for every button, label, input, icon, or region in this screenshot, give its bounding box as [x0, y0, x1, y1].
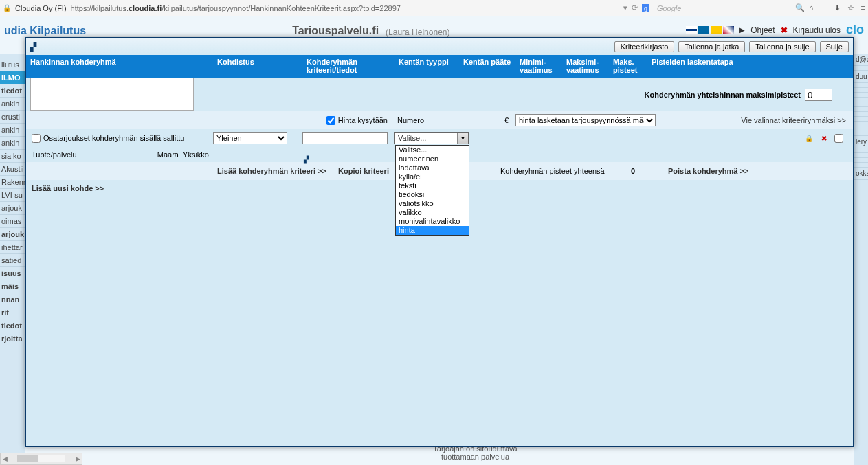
bg-right-row: okka — [854, 168, 868, 180]
bg-left-sidebar: ilutusILMOtiedotankinerustiankinankinsia… — [0, 54, 25, 465]
tyyppi-option[interactable]: numeerinen — [396, 155, 469, 163]
tyyppi-combobox[interactable]: Valitse... ▼ Valitse...numeerinenladatta… — [394, 132, 469, 144]
row-checkbox[interactable] — [834, 134, 843, 143]
bg-bottom-text: Tarjoajan on sitouduttava tuottamaan pal… — [82, 444, 868, 465]
search-box[interactable]: Google — [654, 4, 791, 12]
tyyppi-option[interactable]: kyllä/ei — [396, 172, 469, 181]
flag-se[interactable] — [711, 26, 722, 34]
lock-small-icon[interactable]: 🔒 — [804, 133, 814, 143]
flag-fi[interactable] — [686, 26, 697, 34]
bg-left-row — [0, 54, 25, 58]
kriteerikirjasto-button[interactable]: Kriteerikirjasto — [614, 41, 675, 52]
bg-left-row: Akustii — [0, 163, 25, 176]
sulje-button[interactable]: Sulje — [820, 41, 849, 52]
laskentatapa-select[interactable]: hinta lasketaan tarjouspyynnössä määrite… — [515, 114, 656, 126]
bg-left-row: ilutus — [0, 58, 25, 71]
header-maks-pisteet: Maks. pisteet — [609, 55, 647, 78]
bg-left-row: rjoitta — [0, 332, 25, 345]
vie-valinnat-link[interactable]: Vie valinnat kriteeriryhmäksi >> — [741, 116, 846, 124]
tallenna-jatka-button[interactable]: Tallenna ja jatka — [678, 41, 745, 52]
tyyppi-combo-button[interactable]: ▼ — [457, 133, 468, 144]
max-points-input[interactable] — [805, 89, 832, 101]
bg-right-row — [854, 117, 868, 122]
lisaa-kriteeri-link[interactable]: Lisää kohderyhmän kriteeri >> — [217, 167, 326, 175]
bg-left-row: ILMO — [0, 71, 25, 84]
lock-icon: 🔒 — [3, 4, 11, 12]
scroll-left-icon[interactable]: ◀ — [1, 455, 9, 462]
lisaa-uusi-kohde-link[interactable]: Lisää uusi kohde >> — [32, 184, 104, 192]
cloudia-logo-right: clo — [846, 23, 864, 37]
tyyppi-option[interactable]: väliotsikko — [396, 199, 469, 208]
language-flags[interactable] — [686, 26, 734, 34]
download-icon[interactable]: ⬇ — [834, 3, 841, 12]
logout-link[interactable]: Kirjaudu ulos — [793, 25, 841, 35]
bg-left-row: oimas — [0, 215, 25, 228]
home-icon[interactable]: ⌂ — [809, 3, 814, 12]
maara-label: Määrä — [144, 150, 179, 159]
logout-x-icon[interactable]: ✖ — [781, 25, 788, 35]
bg-left-row: arjouk — [0, 228, 25, 241]
yksikko-label: Yksikkö — [179, 150, 213, 159]
page-header: udia Kilpailutus Tariouspalvelu.fi (Laur… — [0, 16, 868, 37]
search-engine-icon[interactable]: g — [642, 4, 649, 12]
osatarjoukset-checkbox[interactable] — [32, 134, 41, 143]
tyyppi-option[interactable]: teksti — [396, 181, 469, 190]
modal-body: Kohderyhmän yhteishinnan maksimipisteet … — [26, 78, 853, 446]
row-max-points: Kohderyhmän yhteishinnan maksimipisteet — [26, 78, 853, 111]
bg-left-row: mäis — [0, 280, 25, 293]
bg-left-row: tiedot — [0, 84, 25, 98]
bg-left-row: Rakenn — [0, 176, 25, 189]
tyyppi-option[interactable]: ladattava — [396, 163, 469, 172]
dropdown-icon[interactable]: ▾ — [623, 3, 627, 12]
play-icon: ▶ — [739, 26, 745, 34]
flag-se-alt[interactable] — [698, 26, 709, 34]
site-identity: Cloudia Oy (FI) — [15, 4, 67, 12]
criteria-modal: ▞ Kriteerikirjasto Tallenna ja jatka Tal… — [25, 37, 854, 447]
expand-icon[interactable]: ▞ — [304, 156, 309, 163]
kopioi-kriteeri-link[interactable]: Kopioi kriteeri — [338, 167, 389, 175]
tyyppi-option[interactable]: hinta — [396, 226, 469, 235]
tyyppi-option[interactable]: tiedoksi — [396, 190, 469, 199]
kohdistus-select[interactable]: Yleinen — [213, 132, 287, 144]
bg-right-row — [854, 83, 868, 88]
help-link[interactable]: Ohjeet — [750, 25, 775, 35]
kriteeri-input[interactable] — [302, 132, 388, 144]
star-icon[interactable]: ☆ — [847, 3, 854, 12]
scroll-right-icon[interactable]: ▶ — [74, 455, 82, 462]
tyyppi-option[interactable]: valikko — [396, 208, 469, 217]
bg-left-row: erusti — [0, 111, 25, 124]
poista-kohderyhma-link[interactable]: Poista kohderyhmä >> — [668, 167, 748, 175]
tallenna-sulje-button[interactable]: Tallenna ja sulje — [749, 41, 815, 52]
bg-right-row — [854, 93, 868, 98]
search-icon[interactable]: 🔍 — [795, 3, 805, 12]
bg-right-row — [854, 126, 868, 131]
horizontal-scrollbar[interactable]: ◀ ▶ — [0, 453, 82, 465]
menu-icon[interactable]: ≡ — [861, 3, 865, 12]
hinta-kysytaan-checkbox[interactable] — [326, 116, 335, 125]
pisteet-yhteensa-label: Kohderyhmän pisteet yhteensä — [500, 167, 605, 175]
bg-left-row: rit — [0, 306, 25, 319]
pisteet-yhteensa-value: 0 — [631, 167, 635, 175]
tyyppi-dropdown-list[interactable]: Valitse...numeerinenladattavakyllä/eitek… — [395, 145, 469, 236]
bg-right-row — [854, 102, 868, 107]
delete-row-icon[interactable]: ✖ — [819, 133, 829, 143]
bg-right-row — [854, 131, 868, 136]
refresh-icon[interactable]: ⟳ — [632, 3, 638, 12]
bg-right-row: lery — [854, 136, 868, 148]
tyyppi-option[interactable]: Valitse... — [396, 146, 469, 155]
bg-right-row — [854, 148, 868, 153]
header-minimi: Minimi-vaatimus — [515, 55, 562, 78]
bg-right-row — [854, 122, 868, 126]
bg-right-row — [854, 107, 868, 112]
header-kohdistus: Kohdistus — [213, 55, 302, 78]
kohderyhma-textarea[interactable] — [30, 78, 194, 111]
bookmark-icon[interactable]: ☰ — [821, 3, 827, 12]
url-text[interactable]: https://kilpailutus.cloudia.fi/kilpailut… — [71, 4, 619, 12]
flag-en[interactable] — [723, 26, 734, 34]
header-kriteerit: Kohderyhmän kriteerit/tiedot — [302, 55, 394, 78]
bg-left-row: ihettär — [0, 241, 25, 254]
bg-left-row: arjouk — [0, 202, 25, 215]
tyyppi-option[interactable]: monivalintavalikko — [396, 217, 469, 226]
bg-left-row: ankin — [0, 98, 25, 111]
bg-left-row: ankin — [0, 124, 25, 137]
